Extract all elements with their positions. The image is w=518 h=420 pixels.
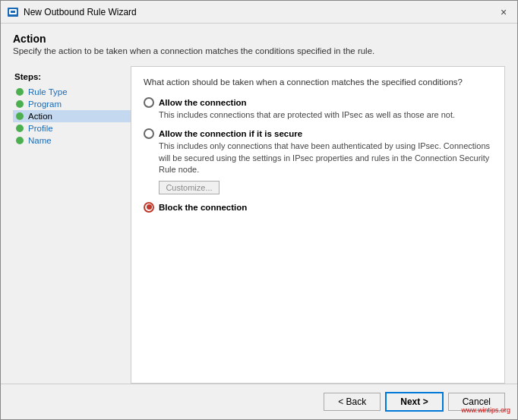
- sidebar: Steps: Rule Type Program Action: [13, 66, 131, 384]
- step-dot-action: [16, 112, 24, 120]
- option-allow-row: Allow the connection: [144, 97, 492, 108]
- option-allow-desc: This includes connections that are prote…: [159, 109, 492, 121]
- option-allow-secure-label: Allow the connection if it is secure: [159, 129, 302, 138]
- option-block-row: Block the connection: [144, 202, 492, 213]
- step-dot-program: [16, 100, 24, 108]
- wizard-window: New Outbound Rule Wizard × Action Specif…: [0, 0, 518, 420]
- page-header: Action Specify the action to be taken wh…: [13, 33, 505, 55]
- step-dot-name: [16, 137, 24, 144]
- radio-allow[interactable]: [144, 97, 154, 108]
- footer: < Back Next > Cancel: [1, 384, 517, 419]
- page-title: Action: [13, 33, 505, 45]
- sidebar-label-program: Program: [28, 99, 62, 109]
- customize-button[interactable]: Customize...: [159, 181, 220, 194]
- next-button[interactable]: Next >: [385, 392, 443, 412]
- titlebar-title: New Outbound Rule Wizard: [24, 7, 137, 17]
- step-dot-rule-type: [16, 88, 24, 96]
- svg-rect-2: [11, 11, 15, 13]
- main-panel: What action should be taken when a conne…: [131, 66, 505, 384]
- sidebar-item-action[interactable]: Action: [13, 110, 131, 122]
- option-allow-secure-desc: This includes only connections that have…: [159, 141, 492, 175]
- main-area: Steps: Rule Type Program Action: [13, 66, 505, 384]
- option-allow-label: Allow the connection: [159, 98, 247, 107]
- radio-group: Allow the connection This includes conne…: [144, 97, 492, 213]
- back-button[interactable]: < Back: [324, 393, 381, 411]
- panel-question: What action should be taken when a conne…: [144, 77, 492, 87]
- sidebar-section-title: Steps:: [13, 72, 131, 81]
- sidebar-item-rule-type[interactable]: Rule Type: [13, 86, 131, 98]
- titlebar: New Outbound Rule Wizard ×: [1, 1, 517, 24]
- sidebar-label-profile: Profile: [28, 124, 53, 133]
- cancel-button[interactable]: Cancel: [448, 393, 505, 411]
- sidebar-label-rule-type: Rule Type: [28, 87, 68, 96]
- sidebar-label-action: Action: [28, 112, 52, 121]
- close-button[interactable]: ×: [496, 5, 511, 20]
- option-allow-secure: Allow the connection if it is secure Thi…: [144, 128, 492, 194]
- step-dot-profile: [16, 125, 24, 132]
- titlebar-icon: [7, 6, 19, 18]
- radio-allow-secure[interactable]: [144, 128, 154, 139]
- page-subtitle: Specify the action to be taken when a co…: [13, 46, 505, 55]
- content-area: Action Specify the action to be taken wh…: [1, 24, 517, 384]
- sidebar-item-name[interactable]: Name: [13, 134, 131, 147]
- sidebar-label-name: Name: [28, 136, 52, 145]
- sidebar-item-program[interactable]: Program: [13, 98, 131, 110]
- option-block: Block the connection: [144, 202, 492, 213]
- option-allow: Allow the connection This includes conne…: [144, 97, 492, 121]
- radio-block[interactable]: [144, 202, 154, 213]
- titlebar-left: New Outbound Rule Wizard: [7, 6, 137, 18]
- sidebar-item-profile[interactable]: Profile: [13, 122, 131, 134]
- option-block-label: Block the connection: [159, 203, 247, 212]
- option-allow-secure-row: Allow the connection if it is secure: [144, 128, 492, 139]
